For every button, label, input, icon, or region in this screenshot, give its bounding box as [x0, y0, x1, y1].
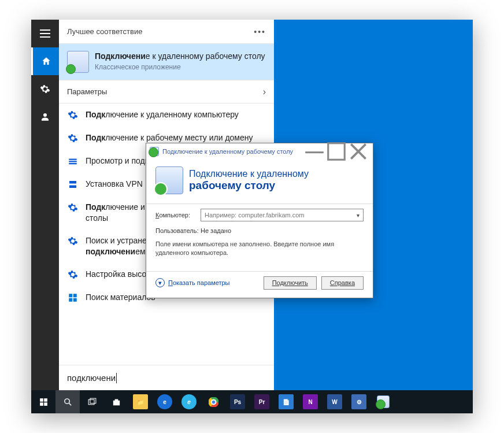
gear-icon	[67, 109, 79, 121]
rdp-icon	[150, 147, 159, 156]
best-match-subtitle: Классическое приложение	[95, 63, 265, 71]
ie-icon[interactable]: e	[177, 390, 201, 413]
banner-line1: Подключение к удаленному	[189, 169, 309, 179]
show-options-label: Показать параметры	[168, 279, 230, 286]
gear-icon	[67, 235, 79, 247]
settings-header[interactable]: Параметры ›	[59, 80, 274, 103]
close-button[interactable]	[347, 143, 369, 160]
maximize-button[interactable]	[325, 143, 347, 160]
svg-rect-3	[44, 398, 47, 402]
store-icon	[67, 292, 79, 304]
gear-icon	[67, 156, 79, 167]
start-button[interactable]	[31, 390, 55, 413]
search-query-text: подключени	[67, 373, 116, 383]
computer-combo[interactable]: Например: computer.fabrikam.com ▾	[201, 209, 364, 221]
computer-label: Компьютер:	[155, 212, 201, 219]
word-icon[interactable]: W	[323, 390, 347, 413]
rdc-window: Подключение к удаленному рабочему столу …	[146, 143, 373, 298]
banner-line2: рабочему столу	[189, 179, 309, 192]
taskbar: 📁 e e Ps Pr 📄 N W ⚙	[31, 390, 473, 413]
svg-point-6	[64, 398, 69, 404]
chevron-right-icon: ›	[263, 87, 266, 97]
help-button[interactable]: Справка	[321, 276, 364, 290]
svg-rect-1	[328, 143, 345, 160]
rdp-icon	[155, 166, 183, 194]
home-icon[interactable]	[31, 47, 59, 75]
explorer-icon[interactable]: 📁	[128, 390, 153, 413]
search-input[interactable]: подключени	[59, 365, 274, 390]
rdp-icon	[67, 51, 89, 73]
gear-icon	[67, 202, 79, 213]
rdc-titlebar[interactable]: Подключение к удаленному рабочему столу	[146, 143, 373, 160]
user-value: Не задано	[201, 227, 231, 234]
premiere-icon[interactable]: Pr	[250, 390, 274, 413]
list-item-label: Подключение к удаленному компьютеру	[86, 109, 239, 120]
connect-button[interactable]: Подключить	[264, 276, 317, 290]
list-item[interactable]: Подключение к удаленному компьютеру	[59, 103, 274, 127]
svg-rect-0	[305, 151, 324, 153]
minimize-button[interactable]	[303, 143, 325, 160]
svg-rect-8	[90, 398, 95, 404]
onenote-icon[interactable]: N	[298, 390, 323, 413]
taskview-button[interactable]	[80, 390, 104, 413]
chevron-down-icon[interactable]: ▾	[357, 212, 360, 219]
more-icon[interactable]: •••	[254, 27, 266, 36]
computer-placeholder: Например: computer.fabrikam.com	[205, 212, 305, 219]
gear-icon[interactable]	[31, 75, 59, 103]
rdc-banner: Подключение к удаленному рабочему столу	[146, 160, 373, 203]
best-match-title: Подключение к удаленному рабочему столу	[95, 51, 265, 62]
window-title: Подключение к удаленному рабочему столу	[162, 148, 303, 155]
svg-rect-4	[40, 402, 43, 406]
svg-rect-2	[40, 398, 43, 402]
svg-point-13	[212, 400, 215, 404]
gear-icon	[67, 132, 79, 144]
app-icon[interactable]: ⚙	[347, 390, 371, 413]
edge-icon[interactable]: e	[153, 390, 177, 413]
app-icon[interactable]: 📄	[274, 390, 298, 413]
best-match-label: Лучшее соответствие	[67, 27, 142, 36]
show-options-toggle[interactable]: ▾ Показать параметры	[155, 278, 259, 287]
chrome-icon[interactable]	[201, 390, 225, 413]
gear-icon	[67, 269, 79, 280]
user-icon[interactable]	[31, 103, 59, 131]
list-item-label: Подключение к рабочему месту или домену	[86, 132, 253, 143]
gear-icon	[67, 179, 79, 190]
start-rail	[31, 20, 59, 390]
photoshop-icon[interactable]: Ps	[225, 390, 250, 413]
chevron-down-icon: ▾	[155, 278, 165, 287]
store-item-label: Поиск материалов	[86, 292, 155, 303]
svg-rect-7	[88, 399, 94, 405]
rdp-taskbar-icon[interactable]	[371, 390, 395, 413]
search-button[interactable]	[55, 390, 80, 413]
hamburger-icon[interactable]	[31, 20, 59, 47]
best-match-item[interactable]: Подключение к удаленному рабочему столу …	[59, 44, 274, 80]
hint-text: Поле имени компьютера не заполнено. Введ…	[155, 240, 364, 257]
settings-label: Параметры	[67, 87, 107, 96]
best-match-header: Лучшее соответствие •••	[59, 20, 274, 44]
store-icon[interactable]	[104, 390, 128, 413]
svg-rect-5	[44, 402, 47, 406]
list-item-label: Установка VPN	[86, 179, 143, 190]
user-label: Пользователь:	[155, 227, 201, 234]
